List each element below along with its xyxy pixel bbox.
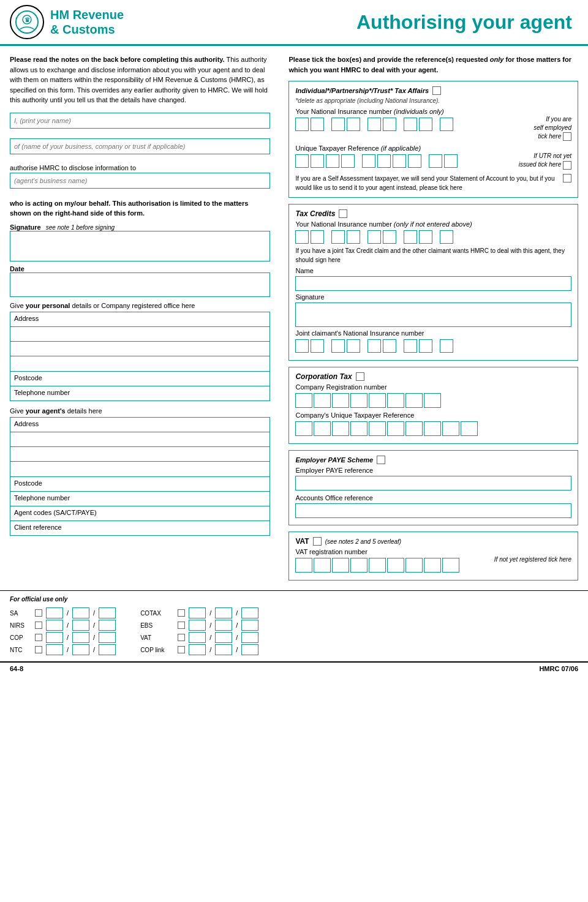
cop-date-3[interactable] [99,632,116,643]
nino-box-5[interactable] [368,118,381,131]
agent-postcode-field[interactable]: Postcode [10,477,270,492]
tc-nino-box-6[interactable] [383,230,396,244]
utr-box-5[interactable] [362,154,375,168]
nino-box-1[interactable] [295,118,309,131]
comp-utr-box-10[interactable] [461,421,478,436]
vat-box-6[interactable] [387,558,404,573]
nino-box-4[interactable] [347,118,360,131]
individual-tick-box[interactable] [432,86,441,95]
cop-date-1[interactable] [46,632,63,643]
ntc-tick[interactable] [35,646,42,653]
cotax-date-2[interactable] [215,607,232,618]
cop-tick[interactable] [35,634,42,641]
tax-credits-tick-box[interactable] [339,209,347,218]
client-reference-field[interactable]: Client reference [10,521,270,536]
ntc-date-2[interactable] [72,644,89,655]
nino-box-9[interactable] [440,118,453,131]
joint-nino-box-2[interactable] [311,339,324,353]
postcode-field[interactable]: Postcode [10,372,270,386]
nino-box-6[interactable] [383,118,396,131]
vat-box-3[interactable] [332,558,349,573]
vat-tick-box[interactable] [313,537,322,546]
tc-nino-box-9[interactable] [440,230,453,244]
ebs-date-3[interactable] [241,620,258,631]
cop-date-2[interactable] [72,632,89,643]
vat-official-tick[interactable] [178,634,185,641]
cotax-tick[interactable] [178,609,185,617]
vat-box-5[interactable] [369,558,386,573]
nirs-date-1[interactable] [46,620,63,631]
comp-reg-box-8[interactable] [424,393,441,408]
nino-box-7[interactable] [404,118,417,131]
utr-box-6[interactable] [377,154,391,168]
paye-ref-input[interactable] [295,476,571,490]
agent-address-line-1[interactable] [10,432,270,447]
comp-reg-box-2[interactable] [314,393,331,408]
vat-box-8[interactable] [424,558,441,573]
tc-nino-box-4[interactable] [347,230,360,244]
agent-codes-field[interactable]: Agent codes (SA/CT/PAYE) [10,506,270,521]
comp-reg-box-3[interactable] [332,393,349,408]
comp-utr-box-6[interactable] [387,421,404,436]
comp-utr-box-3[interactable] [332,421,349,436]
cop-link-tick[interactable] [178,646,185,653]
employer-paye-tick-box[interactable] [377,456,385,464]
tc-nino-box-2[interactable] [311,230,324,244]
date-box[interactable] [10,272,270,297]
tc-nino-box-3[interactable] [331,230,345,244]
joint-nino-box-8[interactable] [419,339,432,353]
comp-reg-box-6[interactable] [387,393,404,408]
comp-utr-box-5[interactable] [369,421,386,436]
address-line-2[interactable] [10,342,270,356]
address-line-3[interactable] [10,356,270,371]
cop-link-date-3[interactable] [241,644,258,655]
joint-nino-box-3[interactable] [331,339,345,353]
signature-box[interactable] [10,231,270,261]
sa-date-3[interactable] [99,607,116,618]
nirs-date-2[interactable] [72,620,89,631]
vat-date-2[interactable] [215,632,232,643]
vat-box-1[interactable] [295,558,312,573]
ebs-date-1[interactable] [189,620,206,631]
sa-date-2[interactable] [72,607,89,618]
joint-nino-box-5[interactable] [368,339,381,353]
comp-utr-box-4[interactable] [350,421,368,436]
comp-reg-box-4[interactable] [350,393,368,408]
sa-tick[interactable] [35,609,42,617]
comp-utr-box-2[interactable] [314,421,331,436]
utr-box-3[interactable] [326,154,339,168]
sa-tick-box[interactable] [563,174,571,182]
agent-address-line-2[interactable] [10,447,270,462]
utr-not-issued-tick[interactable] [563,161,571,170]
joint-nino-box-6[interactable] [383,339,396,353]
vat-date-3[interactable] [241,632,258,643]
utr-box-2[interactable] [311,154,324,168]
comp-utr-box-1[interactable] [295,421,312,436]
comp-reg-box-7[interactable] [405,393,423,408]
tc-nino-box-8[interactable] [419,230,432,244]
joint-signature-input[interactable] [295,303,571,327]
nirs-date-3[interactable] [99,620,116,631]
joint-name-input[interactable] [295,276,571,291]
comp-utr-box-9[interactable] [442,421,459,436]
utr-box-4[interactable] [341,154,355,168]
cop-link-date-2[interactable] [215,644,232,655]
business-field[interactable] [10,138,270,154]
agent-name-field[interactable] [10,173,270,189]
comp-utr-box-7[interactable] [405,421,423,436]
utr-box-9[interactable] [429,154,442,168]
utr-box-10[interactable] [444,154,458,168]
comp-reg-box-1[interactable] [295,393,312,408]
nino-box-2[interactable] [311,118,324,131]
vat-box-7[interactable] [405,558,423,573]
cotax-date-3[interactable] [241,607,258,618]
utr-box-7[interactable] [393,154,406,168]
nino-box-3[interactable] [331,118,345,131]
vat-box-4[interactable] [350,558,368,573]
joint-nino-box-9[interactable] [440,339,453,353]
comp-utr-box-8[interactable] [424,421,441,436]
ebs-tick[interactable] [178,622,185,629]
vat-box-2[interactable] [314,558,331,573]
joint-nino-box-4[interactable] [347,339,360,353]
corp-tax-tick-box[interactable] [356,372,364,381]
